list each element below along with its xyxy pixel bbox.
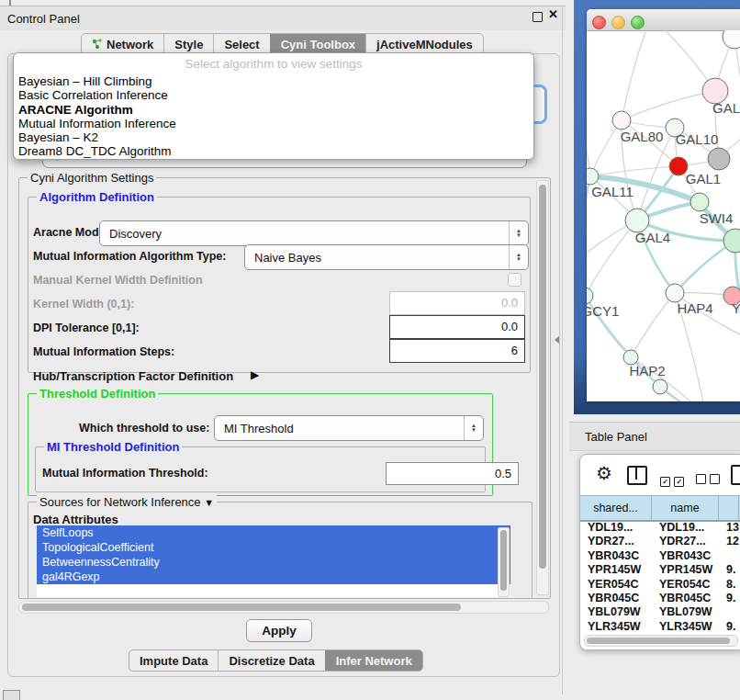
tab-select[interactable]: Select [213,34,269,54]
algorithm-option[interactable]: ARACNE Algorithm [14,103,533,117]
algorithm-option[interactable]: Dream8 DC_TDC Algorithm [14,144,533,158]
network-node[interactable] [708,148,730,170]
float-window-icon[interactable] [533,12,543,22]
corner-button[interactable] [3,690,20,700]
algorithm-option[interactable]: Basic Correlation Inference [14,88,533,102]
tab-discretize-data[interactable]: Discretize Data [218,650,324,671]
deselect-all-icon[interactable] [696,471,720,488]
dpi-tolerance-field[interactable]: 0.0 [389,315,525,339]
tab-impute-data[interactable]: Impute Data [129,650,218,671]
collapse-down-icon[interactable]: ▼ [204,497,214,508]
network-node[interactable] [723,30,740,49]
algorithm-option[interactable]: Mutual Information Inference [14,117,533,130]
mi-steps-field[interactable]: 6 [389,339,525,363]
network-edge [734,37,740,131]
node-label: GAL80 [621,129,664,144]
aracne-mode-combobox[interactable]: Discovery ▲▼ [99,220,529,246]
table-row[interactable]: YLR345WYLR345W9. [580,620,740,634]
network-edge [622,91,715,120]
tab-infer-network[interactable]: Infer Network [325,650,422,671]
network-node-gal11[interactable] [587,168,599,185]
table-row[interactable]: YER054CYER054C8. [580,578,740,592]
algorithm-dropdown-hint: Select algorithm to view settings [14,53,533,74]
table-row[interactable]: YBL079WYBL079W [580,605,740,619]
table-panel-bar: Table Panel [569,422,740,451]
split-view-icon[interactable] [627,466,647,485]
network-node-gcy1[interactable] [587,288,593,304]
tab-style[interactable]: Style [163,34,213,54]
network-node[interactable] [653,379,667,394]
attribute-item[interactable]: TopologicalCoefficient [37,540,510,555]
node-label: SWI4 [700,210,734,226]
network-edge [587,176,590,296]
mi-type-label: Mutual Information Algorithm Type: [33,250,226,263]
close-icon[interactable]: ✕ [548,7,558,21]
data-attributes-list[interactable]: SelfLoopsTopologicalCoefficientBetweenne… [37,525,510,597]
column-header[interactable]: name [652,496,719,520]
algorithm-option[interactable]: Bayesian – K2 [14,130,533,144]
attribute-item[interactable]: BetweennessCentrality [37,555,510,570]
mi-threshold-field[interactable]: 0.5 [386,462,519,485]
threshold-definition-title: Threshold Definition [37,387,158,401]
app-root: Control Panel ✕ NetworkStyleSelectCyni T… [0,0,740,700]
table-row[interactable]: YPR145WYPR145W9. [580,563,740,577]
splitter-arrow-icon[interactable] [555,336,559,344]
network-node-hap4[interactable] [666,284,684,302]
network-node-gal80[interactable] [612,111,631,130]
tab-jactivemnodules[interactable]: jActiveMNodules [365,34,483,54]
kernel-width-field[interactable]: 0.0 [389,291,525,315]
column-header[interactable] [719,496,739,520]
settings-vscrollbar[interactable] [536,180,549,595]
minimize-traffic-light-icon[interactable] [611,16,625,29]
table-row[interactable]: YBR045CYBR045C9. [580,592,740,605]
algorithm-option[interactable]: Bayesian – Hill Climbing [14,74,533,88]
kernel-width-label: Kernel Width (0,1): [33,298,134,310]
apply-button[interactable]: Apply [246,619,312,642]
attribute-item[interactable]: gal4RGexp [37,570,510,584]
node-label: GAL [712,100,740,116]
table-row[interactable]: YDL19...YDL19...13 [580,521,740,535]
zoom-traffic-light-icon[interactable] [631,16,645,29]
bottom-tabbar: Impute DataDiscretize DataInfer Network [129,649,423,672]
hub-section-label: Hub/Transcription Factor Definition [33,369,233,383]
control-panel-title: Control Panel [0,12,80,26]
gear-icon[interactable]: ⚙ [596,464,612,482]
aracne-mode-label: Aracne Mode: [33,226,109,239]
sources-title: Sources for Network Inference ▼ [37,495,217,509]
node-label: Y [732,300,740,316]
combo-stepper-icon: ▲▼ [509,221,528,245]
dpi-tolerance-label: DPI Tolerance [0,1]: [33,322,140,334]
network-canvas[interactable]: GALGAL80GAL10GAL1GAL11SWI4GAL4GCY1HAP4YH… [587,30,740,401]
mi-steps-label: Mutual Information Steps: [33,345,174,358]
tab-cyni-toolbox[interactable]: Cyni Toolbox [270,34,365,54]
mi-type-combobox[interactable]: Naive Bayes ▲▼ [244,244,529,270]
node-label: GAL4 [635,230,670,245]
settings-hscrollbar[interactable] [18,601,549,614]
node-label: HAP4 [677,300,712,316]
new-table-icon[interactable] [731,465,740,485]
table-hscrollbar[interactable] [584,635,738,647]
select-all-icon[interactable]: ✓ ✓ [660,471,684,488]
network-node-swi4[interactable] [690,193,709,211]
column-header[interactable]: shared... [580,496,652,520]
close-traffic-light-icon[interactable] [592,16,606,29]
algorithm-definition-title: Algorithm Definition [37,190,157,204]
network-window-titlebar [587,9,740,31]
node-label: GAL10 [676,131,719,147]
panel-divider [562,6,563,694]
table-row[interactable]: YBR043CYBR043C [580,549,740,563]
node-label: GAL1 [686,171,721,186]
which-threshold-combobox[interactable]: MI Threshold ▲▼ [214,415,484,441]
tab-network[interactable]: Network [82,34,163,54]
table-window: ⚙ ✓ ✓ shared...name YDL19...YDL19...13YD… [579,454,740,650]
attributes-vscrollbar[interactable] [498,527,510,597]
attribute-item[interactable]: SelfLoops [37,525,510,540]
table-row[interactable]: YDR27...YDR27...12 [580,535,740,548]
network-window[interactable]: GALGAL80GAL10GAL1GAL11SWI4GAL4GCY1HAP4YH… [587,9,740,401]
table-header-row[interactable]: shared...name [580,495,740,522]
network-edge [631,293,675,357]
expand-right-icon[interactable]: ▶ [251,368,259,381]
control-panel-titlebar: Control Panel [0,6,566,30]
node-label: GCY1 [587,303,619,319]
manual-kernel-checkbox[interactable] [508,273,521,287]
